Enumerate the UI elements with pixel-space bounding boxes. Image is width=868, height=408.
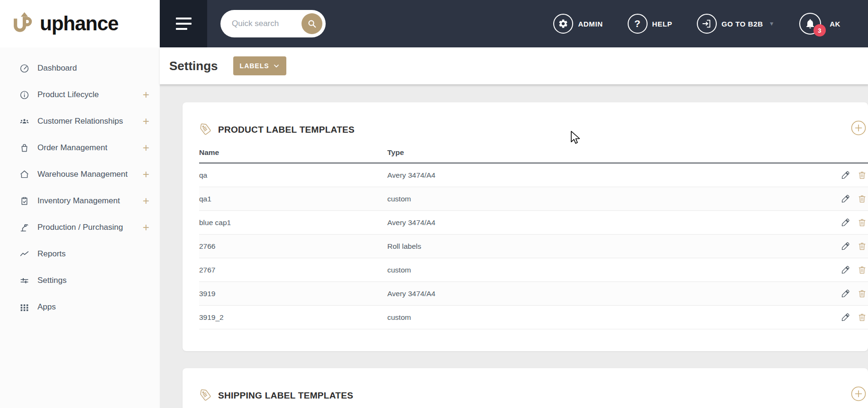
labels-dropdown-button[interactable]: LABELS: [233, 56, 286, 75]
settings-scroll-area[interactable]: PRODUCT LABEL TEMPLATES Name Type qa Ave…: [160, 84, 868, 408]
sidebar-item-label: Production / Purchasing: [37, 223, 123, 232]
sidebar-item-product-lifecycle[interactable]: Product Lifecycle +: [0, 82, 160, 108]
table-row: qa Avery 3474/A4: [199, 163, 868, 187]
sidebar-item-settings[interactable]: Settings: [0, 267, 160, 294]
cell-type: custom: [387, 195, 832, 203]
edit-pencil-icon[interactable]: [841, 289, 850, 298]
table-row: 3919 Avery 3474/A4: [199, 282, 868, 306]
product-label-templates-card: PRODUCT LABEL TEMPLATES Name Type qa Ave…: [183, 102, 868, 351]
table-row: 2766 Roll labels: [199, 235, 868, 258]
table-row: qa1 custom: [199, 187, 868, 211]
apps-grid-icon: [19, 302, 29, 312]
robot-arm-icon: [19, 223, 29, 233]
sidebar-item-dashboard[interactable]: Dashboard: [0, 55, 160, 82]
cell-name: qa: [199, 171, 387, 180]
admin-label: ADMIN: [578, 20, 603, 28]
cell-name: 2766: [199, 242, 387, 251]
sidebar-item-label: Dashboard: [37, 63, 77, 73]
uphance-monogram-icon: [9, 11, 35, 36]
user-menu[interactable]: 3 AK: [799, 13, 841, 35]
add-template-button[interactable]: [851, 120, 866, 136]
delete-trash-icon[interactable]: [858, 171, 867, 180]
sidebar-item-label: Apps: [37, 302, 56, 312]
sliders-icon: [19, 276, 29, 286]
table-row: 2767 custom: [199, 258, 868, 282]
column-header-type: Type: [387, 148, 832, 157]
notification-badge: 3: [813, 24, 826, 36]
clipboard-check-icon: [19, 196, 29, 206]
dashboard-icon: [19, 63, 29, 73]
info-icon: [19, 90, 29, 100]
tag-icon: [198, 388, 212, 402]
plus-expander-icon[interactable]: +: [143, 116, 149, 127]
hamburger-menu-icon[interactable]: [160, 0, 207, 47]
cell-name: blue cap1: [199, 218, 387, 227]
sidebar-item-customer-relationships[interactable]: Customer Relationships +: [0, 108, 160, 135]
page-title: Settings: [169, 59, 218, 73]
sidebar-item-inventory-management[interactable]: Inventory Management +: [0, 188, 160, 214]
sidebar-item-production-purchasing[interactable]: Production / Purchasing +: [0, 214, 160, 241]
topbar: uphance ADMIN ?: [0, 0, 868, 47]
quick-search: [220, 10, 326, 37]
cell-name: 2767: [199, 266, 387, 274]
admin-button[interactable]: ADMIN: [553, 14, 603, 34]
add-template-button[interactable]: [851, 386, 866, 401]
question-icon: ?: [628, 14, 648, 34]
cell-type: custom: [387, 313, 832, 322]
help-button[interactable]: ? HELP: [628, 14, 672, 34]
people-icon: [19, 117, 29, 127]
chevron-down-icon: ▼: [769, 20, 775, 27]
sidebar-item-label: Settings: [37, 276, 66, 285]
cell-type: Avery 3474/A4: [387, 218, 832, 227]
delete-trash-icon[interactable]: [858, 289, 867, 298]
shopping-bag-icon: [19, 143, 29, 153]
labels-button-label: LABELS: [240, 62, 269, 70]
app-screen: uphance ADMIN ?: [0, 0, 868, 408]
sidebar-item-label: Order Management: [37, 143, 107, 153]
sidebar-item-label: Reports: [37, 249, 66, 259]
logo[interactable]: uphance: [0, 0, 160, 47]
delete-trash-icon[interactable]: [858, 218, 867, 227]
home-icon: [19, 170, 29, 180]
cell-name: 3919_2: [199, 313, 387, 322]
delete-trash-icon[interactable]: [858, 313, 867, 322]
delete-trash-icon[interactable]: [858, 242, 867, 251]
user-initials: AK: [830, 20, 841, 28]
search-icon[interactable]: [302, 13, 322, 34]
edit-pencil-icon[interactable]: [841, 313, 850, 322]
sidebar-item-warehouse-management[interactable]: Warehouse Management +: [0, 161, 160, 188]
sidebar-item-label: Product Lifecycle: [37, 90, 99, 100]
section-title: PRODUCT LABEL TEMPLATES: [218, 125, 355, 135]
search-input[interactable]: [232, 19, 293, 28]
label-templates-table: Name Type qa Avery 3474/A4: [199, 148, 868, 329]
edit-pencil-icon[interactable]: [841, 194, 850, 203]
sidebar-item-reports[interactable]: Reports: [0, 241, 160, 267]
plus-expander-icon[interactable]: +: [143, 222, 149, 233]
cell-type: custom: [387, 266, 832, 274]
topbar-actions: ADMIN ? HELP GO TO B2B ▼: [553, 13, 868, 35]
plus-expander-icon[interactable]: +: [143, 169, 149, 180]
edit-pencil-icon[interactable]: [841, 242, 850, 251]
login-arrow-icon: [697, 14, 717, 34]
go-to-b2b-button[interactable]: GO TO B2B ▼: [697, 14, 775, 34]
sidebar-item-label: Customer Relationships: [37, 117, 123, 126]
sidebar-item-apps[interactable]: Apps: [0, 294, 160, 320]
delete-trash-icon[interactable]: [858, 194, 867, 203]
tag-icon: [198, 122, 212, 136]
go-to-b2b-label: GO TO B2B: [722, 20, 763, 28]
help-label: HELP: [652, 20, 672, 28]
plus-expander-icon[interactable]: +: [143, 195, 149, 207]
edit-pencil-icon[interactable]: [841, 171, 850, 180]
edit-pencil-icon[interactable]: [841, 265, 850, 274]
plus-expander-icon[interactable]: +: [143, 89, 149, 100]
edit-pencil-icon[interactable]: [841, 218, 850, 227]
cell-type: Avery 3474/A4: [387, 171, 832, 180]
plus-expander-icon[interactable]: +: [143, 142, 149, 154]
shipping-label-templates-card: SHIPPING LABEL TEMPLATES: [183, 368, 868, 408]
delete-trash-icon[interactable]: [858, 265, 867, 274]
sidebar-item-order-management[interactable]: Order Management +: [0, 135, 160, 161]
table-header-row: Name Type: [199, 148, 868, 163]
content-area: Settings LABELS PRODUCT: [160, 47, 868, 408]
gear-icon: [553, 14, 573, 34]
table-row: 3919_2 custom: [199, 306, 868, 329]
